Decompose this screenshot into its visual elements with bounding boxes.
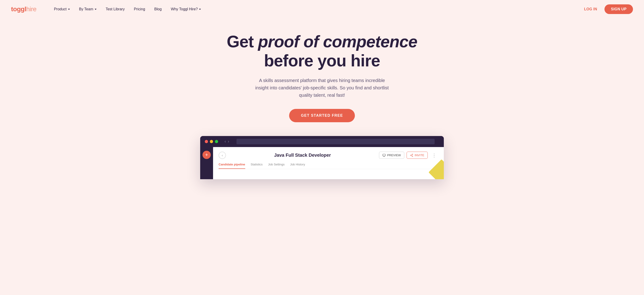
- app-content: + ‹ Java Full Stack Developer PREVIEW IN…: [200, 147, 444, 179]
- signup-button[interactable]: SIGN UP: [604, 4, 633, 14]
- close-button-icon: [205, 140, 208, 143]
- nav-by-team[interactable]: By Team: [76, 5, 100, 13]
- svg-line-6: [411, 155, 412, 156]
- tab-statistics[interactable]: Statistics: [251, 163, 263, 169]
- logo[interactable]: toggl hire: [11, 6, 36, 13]
- preview-button[interactable]: PREVIEW: [379, 152, 404, 159]
- login-button[interactable]: LOG IN: [580, 5, 601, 13]
- svg-point-4: [410, 155, 412, 156]
- nav-blog[interactable]: Blog: [150, 5, 165, 13]
- forward-arrow-icon[interactable]: ›: [228, 139, 229, 144]
- svg-rect-0: [383, 154, 386, 156]
- chevron-down-icon: [95, 9, 96, 10]
- svg-point-3: [412, 154, 413, 155]
- app-main: ‹ Java Full Stack Developer PREVIEW INVI…: [213, 147, 444, 179]
- logo-toggl: toggl: [11, 6, 26, 13]
- nav-pricing[interactable]: Pricing: [130, 5, 149, 13]
- chevron-down-icon: [68, 9, 70, 10]
- svg-point-5: [412, 156, 413, 157]
- minimize-button-icon: [210, 140, 213, 143]
- chevron-down-icon: [199, 9, 201, 10]
- hero-subtitle: A skills assessment platform that gives …: [253, 77, 391, 99]
- app-preview: ‹ › + ‹ Java Full Stack Developer PREVIE…: [200, 136, 444, 179]
- maximize-button-icon: [215, 140, 218, 143]
- add-button[interactable]: +: [202, 151, 211, 159]
- navbar: toggl hire Product By Team Test Library …: [0, 0, 644, 18]
- nav-why-toggl[interactable]: Why Toggl Hire?: [167, 5, 204, 13]
- app-sidebar: +: [200, 147, 213, 179]
- nav-product[interactable]: Product: [50, 5, 74, 13]
- back-arrow-icon[interactable]: ‹: [224, 139, 226, 144]
- share-icon: [410, 154, 413, 157]
- hero-title: Get proof of competence before you hire: [218, 32, 426, 70]
- nav-test-library[interactable]: Test Library: [102, 5, 128, 13]
- nav-links: Product By Team Test Library Pricing Blo…: [50, 5, 580, 13]
- nav-actions: LOG IN SIGN UP: [580, 4, 633, 14]
- tab-candidate-pipeline[interactable]: Candidate pipeline: [218, 163, 245, 169]
- job-header: ‹ Java Full Stack Developer PREVIEW INVI…: [218, 152, 438, 159]
- svg-line-7: [411, 154, 412, 155]
- tab-job-history[interactable]: Job History: [290, 163, 305, 169]
- app-tabs: Candidate pipeline Statistics Job Settin…: [218, 163, 438, 169]
- titlebar-nav: ‹ ›: [224, 139, 229, 144]
- job-title: Java Full Stack Developer: [230, 152, 375, 158]
- monitor-icon: [382, 154, 386, 157]
- traffic-lights: [205, 140, 218, 143]
- back-button[interactable]: ‹: [218, 152, 226, 159]
- tab-job-settings[interactable]: Job Settings: [268, 163, 285, 169]
- hero-section: Get proof of competence before you hire …: [0, 18, 644, 179]
- more-options-button[interactable]: ⋮: [430, 152, 438, 159]
- invite-button[interactable]: INVITE: [406, 152, 428, 159]
- get-started-button[interactable]: GET STARTED FREE: [289, 109, 355, 122]
- app-titlebar: ‹ ›: [200, 136, 444, 147]
- job-actions: PREVIEW INVITE ⋮: [379, 152, 438, 159]
- logo-hire: hire: [26, 6, 36, 13]
- url-bar: [236, 139, 434, 144]
